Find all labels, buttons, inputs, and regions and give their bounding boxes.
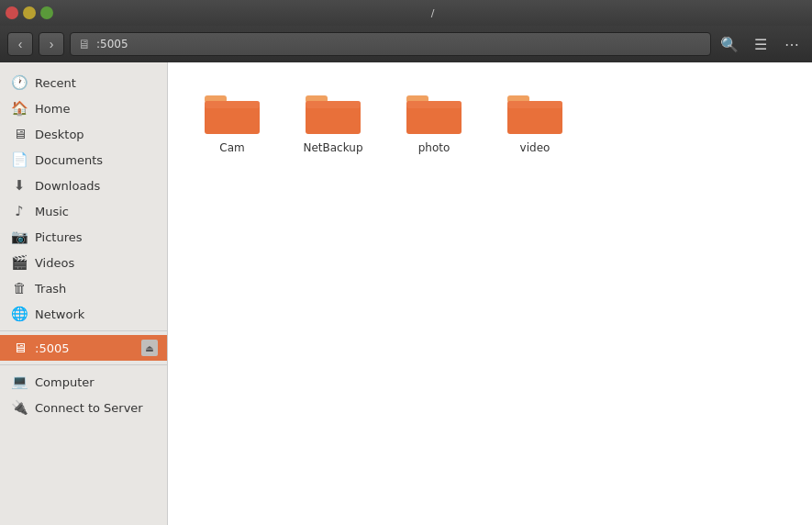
folder-cam[interactable]: Cam <box>186 81 278 162</box>
sidebar-item-documents[interactable]: 📄 Documents <box>0 147 167 173</box>
window-title: / <box>59 7 806 19</box>
sidebar-item-label: Videos <box>35 256 158 270</box>
toolbar: ‹ › 🖥 :5005 🔍 ☰ ⋯ <box>0 26 812 62</box>
sidebar-divider <box>0 330 167 331</box>
videos-icon: 🎬 <box>11 254 28 271</box>
back-button[interactable]: ‹ <box>7 32 33 56</box>
list-icon: ☰ <box>754 36 767 53</box>
sidebar-item-recent[interactable]: 🕐 Recent <box>0 70 167 95</box>
sidebar-item-label: Documents <box>35 153 158 167</box>
sidebar-item-home[interactable]: 🏠 Home <box>0 95 167 121</box>
minimize-button[interactable] <box>23 6 36 19</box>
folder-video-label: video <box>520 141 551 154</box>
sidebar-item-server[interactable]: 🖥 :5005 ⏏ <box>0 335 167 361</box>
window-controls[interactable] <box>6 6 53 19</box>
svg-rect-2 <box>205 101 260 108</box>
address-text: :5005 <box>96 38 128 50</box>
forward-button[interactable]: › <box>39 32 64 56</box>
sidebar-item-downloads[interactable]: ⬇ Downloads <box>0 173 167 198</box>
downloads-icon: ⬇ <box>11 177 28 194</box>
folder-netbackup[interactable]: NetBackup <box>287 81 379 162</box>
server-icon: 🖥 <box>11 340 28 356</box>
eject-icon: ⏏ <box>145 343 153 353</box>
music-icon: ♪ <box>11 203 28 219</box>
svg-rect-5 <box>306 101 361 108</box>
folder-photo-label: photo <box>418 141 450 154</box>
sidebar-item-label: Trash <box>35 282 158 296</box>
sidebar-item-label: Music <box>35 205 158 218</box>
grid-icon: ⋯ <box>784 36 799 53</box>
folder-video[interactable]: video <box>489 81 581 162</box>
sidebar-item-label: Pictures <box>35 230 158 244</box>
folder-video-icon <box>506 88 564 138</box>
sidebar-item-music[interactable]: ♪ Music <box>0 198 167 224</box>
home-icon: 🏠 <box>11 100 28 117</box>
folder-cam-icon <box>203 88 261 138</box>
sidebar: 🕐 Recent 🏠 Home 🖥 Desktop 📄 Documents ⬇ … <box>0 62 168 525</box>
main-layout: 🕐 Recent 🏠 Home 🖥 Desktop 📄 Documents ⬇ … <box>0 62 812 525</box>
folder-photo[interactable]: photo <box>388 81 480 162</box>
computer-icon: 💻 <box>11 374 28 390</box>
titlebar: / <box>0 0 812 26</box>
sidebar-item-videos[interactable]: 🎬 Videos <box>0 250 167 275</box>
sidebar-item-pictures[interactable]: 📷 Pictures <box>0 224 167 250</box>
sidebar-item-computer[interactable]: 💻 Computer <box>0 369 167 395</box>
address-bar[interactable]: 🖥 :5005 <box>70 32 711 56</box>
sidebar-item-label: Computer <box>35 375 158 389</box>
desktop-icon: 🖥 <box>11 126 28 142</box>
sidebar-item-connect-to-server[interactable]: 🔌 Connect to Server <box>0 395 167 420</box>
trash-icon: 🗑 <box>11 280 28 296</box>
recent-icon: 🕐 <box>11 74 28 91</box>
sidebar-item-label: Connect to Server <box>35 401 158 415</box>
sidebar-item-label: Desktop <box>35 128 158 141</box>
search-button[interactable]: 🔍 <box>717 32 742 56</box>
sidebar-divider-2 <box>0 364 167 365</box>
search-icon: 🔍 <box>720 36 739 53</box>
network-icon: 🌐 <box>11 306 28 322</box>
sidebar-item-label: Home <box>35 102 158 116</box>
sidebar-item-desktop[interactable]: 🖥 Desktop <box>0 121 167 147</box>
close-button[interactable] <box>6 6 18 19</box>
documents-icon: 📄 <box>11 151 28 168</box>
folder-netbackup-label: NetBackup <box>303 141 362 154</box>
file-area: Cam NetBackup photo <box>168 62 812 525</box>
sidebar-item-label: Downloads <box>35 179 158 193</box>
svg-rect-8 <box>406 101 462 108</box>
eject-button[interactable]: ⏏ <box>141 340 158 356</box>
sidebar-active-label: :5005 <box>35 341 134 355</box>
list-view-button[interactable]: ☰ <box>748 32 773 56</box>
sidebar-item-label: Recent <box>35 76 158 90</box>
folder-photo-icon <box>405 88 463 138</box>
sidebar-item-trash[interactable]: 🗑 Trash <box>0 275 167 301</box>
folder-cam-label: Cam <box>219 141 244 154</box>
connect-icon: 🔌 <box>11 399 28 416</box>
svg-rect-11 <box>507 101 562 108</box>
address-icon: 🖥 <box>78 37 91 51</box>
sidebar-item-label: Network <box>35 307 158 321</box>
sidebar-item-network[interactable]: 🌐 Network <box>0 301 167 327</box>
pictures-icon: 📷 <box>11 229 28 245</box>
folder-netbackup-icon <box>304 88 362 138</box>
grid-view-button[interactable]: ⋯ <box>779 32 805 56</box>
maximize-button[interactable] <box>40 6 53 19</box>
